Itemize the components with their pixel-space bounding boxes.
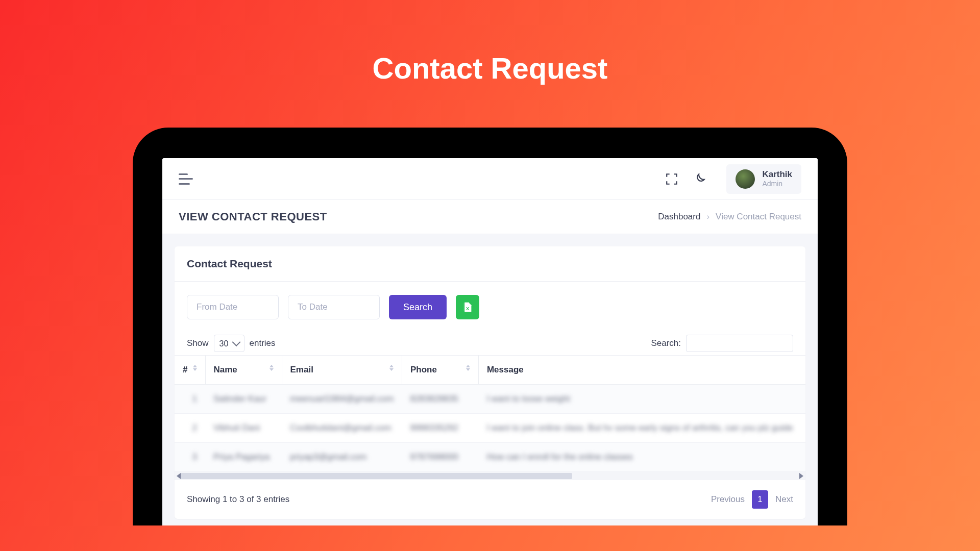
card-title: Contact Request [175,246,805,282]
col-message[interactable]: Message [478,356,805,385]
promo-title: Contact Request [0,51,980,85]
show-label-after: entries [250,338,276,348]
export-excel-button[interactable]: X [456,295,479,319]
search-label: Search: [651,338,681,348]
contact-table: # Name Email Phone Message 1 Satinder Ka… [175,355,805,472]
page-number[interactable]: 1 [752,490,768,509]
prev-button[interactable]: Previous [711,494,745,505]
device-frame: Karthik Admin VIEW CONTACT REQUEST Dashb… [133,128,847,525]
file-excel-icon: X [462,301,473,313]
contact-request-card: Contact Request Search X [175,246,805,519]
user-name: Karthik [762,169,792,180]
search-button[interactable]: Search [389,295,447,319]
user-menu[interactable]: Karthik Admin [726,164,801,194]
col-name[interactable]: Name [205,356,282,385]
table-info: Showing 1 to 3 of 3 entries [187,494,289,505]
breadcrumb-current: View Contact Request [716,212,801,222]
page-header: VIEW CONTACT REQUEST Dashboard › View Co… [162,200,818,234]
svg-text:X: X [466,306,470,311]
col-index[interactable]: # [175,356,205,385]
col-phone[interactable]: Phone [402,356,478,385]
table-scroll[interactable]: # Name Email Phone Message 1 Satinder Ka… [175,355,805,480]
datatable-footer: Showing 1 to 3 of 3 entries Previous 1 N… [175,480,805,519]
menu-toggle-icon[interactable] [179,173,193,185]
dark-mode-icon[interactable] [693,172,706,186]
next-button[interactable]: Next [775,494,793,505]
table-row: 3 Priya Pagariya priyap3@gmail.com 97876… [175,443,805,472]
entries-select[interactable]: 30 [214,335,244,352]
table-row: 2 Vibhuti Dani Coolbhutidani@gmail.com 9… [175,414,805,443]
from-date-input[interactable] [187,295,279,319]
breadcrumb: Dashboard › View Contact Request [658,212,801,222]
to-date-input[interactable] [288,295,380,319]
datatable-controls: Show 30 entries Search: [175,324,805,355]
filter-bar: Search X [175,282,805,324]
breadcrumb-root[interactable]: Dashboard [658,212,700,222]
col-email[interactable]: Email [282,356,402,385]
show-label-before: Show [187,338,209,348]
avatar [736,169,755,189]
chevron-right-icon: › [706,212,709,222]
page-title: VIEW CONTACT REQUEST [179,210,327,223]
pagination: Previous 1 Next [711,490,793,509]
table-row: 1 Satinder Kaur meenuarl1984@gmail.com 8… [175,385,805,414]
user-role: Admin [762,180,792,188]
topbar: Karthik Admin [162,158,818,200]
table-search-input[interactable] [686,335,793,352]
horizontal-scrollbar[interactable] [175,472,805,480]
app-screen: Karthik Admin VIEW CONTACT REQUEST Dashb… [162,158,818,525]
fullscreen-icon[interactable] [665,172,678,186]
